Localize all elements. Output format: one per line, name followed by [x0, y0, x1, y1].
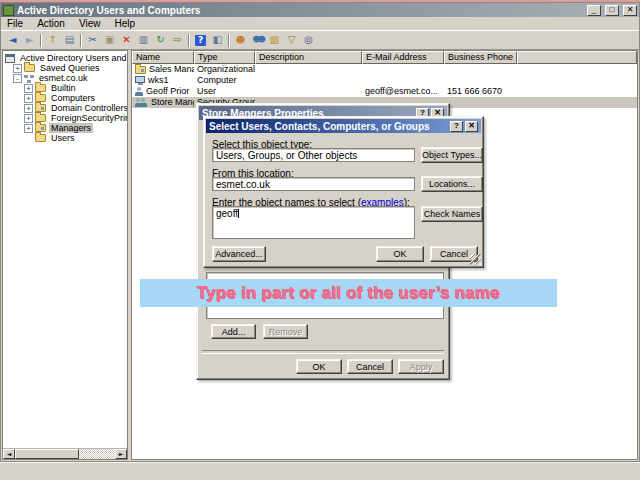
- tree-item-label: Users: [49, 133, 77, 143]
- domain-icon: [24, 75, 28, 78]
- text-caret: [238, 209, 239, 218]
- column-header-email[interactable]: E-Mail Address: [362, 51, 444, 64]
- check-names-button[interactable]: Check Names: [421, 206, 483, 222]
- expander-icon[interactable]: -: [13, 74, 22, 83]
- table-row[interactable]: Sales Managers Organizational ...: [132, 64, 637, 75]
- tree-item-root[interactable]: Active Directory Users and Computers: [3, 53, 127, 63]
- cut-icon: ✂: [88, 35, 96, 45]
- scroll-left-button[interactable]: ◄: [3, 449, 15, 459]
- refresh-icon: ↻: [156, 35, 164, 45]
- cell-email: geoff@esmet.co...: [362, 86, 444, 97]
- cell-description: [255, 86, 362, 97]
- expander-icon[interactable]: +: [24, 84, 33, 93]
- cell-name: Store Mangers: [151, 97, 194, 108]
- object-type-field[interactable]: [212, 148, 415, 162]
- help-icon: ?: [195, 35, 206, 46]
- paste-button[interactable]: ▣: [101, 33, 118, 48]
- scrollbar-thumb[interactable]: [15, 449, 79, 459]
- object-types-button[interactable]: Object Types...: [421, 147, 483, 163]
- names-input[interactable]: geoff: [212, 206, 415, 239]
- properties-button[interactable]: ▥: [135, 33, 152, 48]
- column-header-phone[interactable]: Business Phone: [444, 51, 517, 64]
- new-user-button[interactable]: ☻: [232, 33, 249, 48]
- names-input-value: geoff: [216, 208, 238, 219]
- folder-icon: [35, 114, 46, 122]
- select-dialog-titlebar: Select Users, Contacts, Computers, or Gr…: [206, 119, 481, 133]
- forward-icon: ►: [26, 35, 34, 45]
- refresh-button[interactable]: ↻: [152, 33, 169, 48]
- advanced-button[interactable]: Advanced...: [212, 246, 266, 262]
- column-header-type[interactable]: Type: [194, 51, 255, 64]
- filter-icon: ▽: [288, 35, 296, 45]
- tree-item-label: Computers: [49, 93, 97, 103]
- find-icon: ◎: [304, 35, 313, 45]
- tree-item-managers[interactable]: + Managers: [3, 123, 127, 133]
- help-button[interactable]: ?: [192, 33, 209, 48]
- console-root-icon: [5, 54, 15, 63]
- toolbar-separator: [228, 34, 230, 47]
- ou-folder-icon: [35, 104, 46, 112]
- tree-item-computers[interactable]: + Computers: [3, 93, 127, 103]
- tree-item-saved-queries[interactable]: + Saved Queries: [3, 63, 127, 73]
- toolbar: ◄ ► ↑ ▤ ✂ ▣ ✕ ▥ ↻ ⇨ ? ◧ ☻ ☻☻ ▧ ▽ ◎: [1, 31, 639, 50]
- forward-button[interactable]: ►: [21, 33, 38, 48]
- tree-item-users[interactable]: Users: [3, 133, 127, 143]
- cell-type: Computer: [194, 75, 255, 86]
- expander-icon[interactable]: +: [13, 64, 22, 73]
- computer-icon: [135, 76, 145, 83]
- tree-item-label: Saved Queries: [38, 63, 102, 73]
- show-hide-pane-button[interactable]: ◧: [209, 33, 226, 48]
- cell-type: Organizational ...: [194, 64, 255, 75]
- tree-item-foreign-security-principals[interactable]: + ForeignSecurityPrincipals: [3, 113, 127, 123]
- menu-view[interactable]: View: [73, 18, 109, 29]
- delete-button[interactable]: ✕: [118, 33, 135, 48]
- table-row[interactable]: Geoff Prior User geoff@esmet.co... 151 6…: [132, 86, 637, 97]
- folder-icon: [35, 84, 46, 92]
- find-button[interactable]: ◎: [300, 33, 317, 48]
- cut-button[interactable]: ✂: [84, 33, 101, 48]
- filter-button[interactable]: ▽: [283, 33, 300, 48]
- locations-button[interactable]: Locations...: [421, 176, 483, 192]
- select-help-button[interactable]: ?: [450, 121, 463, 132]
- expander-icon[interactable]: +: [24, 94, 33, 103]
- scrollbar-track[interactable]: [79, 449, 115, 459]
- list-header: Name Type Description E-Mail Address Bus…: [132, 51, 637, 64]
- tree-item-label: Active Directory Users and Computers: [18, 53, 127, 63]
- remove-button[interactable]: Remove: [263, 324, 308, 339]
- select-close-button[interactable]: ✕: [465, 121, 478, 132]
- back-button[interactable]: ◄: [4, 33, 21, 48]
- folder-icon: [24, 64, 35, 72]
- select-ok-button[interactable]: OK: [376, 246, 424, 262]
- expander-icon[interactable]: +: [24, 124, 33, 133]
- tree-item-domain-controllers[interactable]: + Domain Controllers: [3, 103, 127, 113]
- column-header-description[interactable]: Description: [255, 51, 362, 64]
- add-button[interactable]: Add...: [211, 324, 256, 339]
- resize-grip[interactable]: [470, 254, 481, 265]
- close-button[interactable]: ✕: [623, 5, 637, 16]
- export-list-button[interactable]: ⇨: [169, 33, 186, 48]
- tree-item-builtin[interactable]: + Builtin: [3, 83, 127, 93]
- menu-file[interactable]: File: [1, 18, 31, 29]
- cell-email: [362, 64, 444, 75]
- show-console-tree-button[interactable]: ▤: [61, 33, 78, 48]
- tree-item-domain[interactable]: - esmet.co.uk: [3, 73, 127, 83]
- app-icon: [3, 5, 14, 16]
- table-row[interactable]: wks1 Computer: [132, 75, 637, 86]
- properties-ok-button[interactable]: OK: [296, 359, 342, 374]
- expander-icon[interactable]: +: [24, 104, 33, 113]
- new-ou-button[interactable]: ▧: [266, 33, 283, 48]
- scroll-right-button[interactable]: ►: [115, 449, 127, 459]
- tree-item-label: Builtin: [49, 83, 78, 93]
- cell-phone: [444, 75, 517, 86]
- menu-help[interactable]: Help: [108, 18, 143, 29]
- menu-action[interactable]: Action: [31, 18, 73, 29]
- properties-apply-button[interactable]: Apply: [398, 359, 444, 374]
- column-header-name[interactable]: Name: [132, 51, 194, 64]
- location-field[interactable]: [212, 177, 415, 191]
- expander-icon[interactable]: +: [24, 114, 33, 123]
- new-group-button[interactable]: ☻☻: [249, 33, 266, 48]
- up-one-level-button[interactable]: ↑: [44, 33, 61, 48]
- minimize-button[interactable]: _: [587, 5, 601, 16]
- properties-cancel-button[interactable]: Cancel: [347, 359, 393, 374]
- restore-button[interactable]: □: [605, 5, 619, 16]
